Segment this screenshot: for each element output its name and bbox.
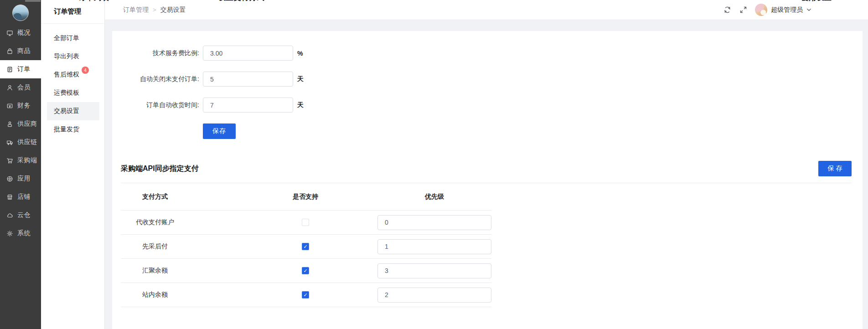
topbar: 订单管理 > 交易设置 超级管理员: [105, 0, 868, 20]
sidebar-item-system[interactable]: 系统: [0, 224, 41, 242]
system-icon: [6, 230, 13, 237]
sidebar-item-label: 供应链: [17, 138, 37, 146]
finance-icon: [6, 102, 13, 109]
sidebar-item-members[interactable]: 会员: [0, 78, 41, 97]
sidebar-item-overview[interactable]: 概况: [0, 24, 41, 42]
sidebar-item-label: 商品: [17, 47, 31, 55]
col-header-payment-method: 支付方式: [121, 193, 189, 201]
sidebar-item-label: 采购端: [17, 156, 37, 164]
table-row: 站内余额: [121, 283, 491, 307]
user-menu[interactable]: 超级管理员: [755, 4, 811, 16]
sidebar-item-goods[interactable]: 商品: [0, 42, 41, 60]
submenu-item-label: 售后维权: [54, 71, 79, 79]
submenu-item-label: 交易设置: [54, 107, 79, 115]
submenu-item-after-sales[interactable]: 售后维权 4: [47, 66, 99, 84]
priority-input[interactable]: [377, 215, 491, 230]
trade-settings-form: 技术服务费比例: % 自动关闭未支付订单: 天 订单自动收货时间: 天 保存: [121, 31, 863, 139]
submenu-item-trade-settings[interactable]: 交易设置: [47, 102, 99, 120]
payment-section-title: 采购端API同步指定支付: [121, 164, 199, 174]
sidebar-item-label: 系统: [17, 229, 31, 237]
sidebar-item-label: 订单: [17, 65, 31, 73]
sidebar-item-shop[interactable]: 店铺: [0, 188, 41, 206]
auto-close-suffix: 天: [297, 75, 304, 83]
supply-chain-icon: [6, 139, 13, 146]
user-name: 超级管理员: [771, 6, 803, 14]
sidebar-item-label: 概况: [17, 29, 31, 37]
auto-close-input[interactable]: [203, 72, 293, 87]
sidebar-item-label: 应用: [17, 175, 31, 183]
submenu-item-batch-shipping[interactable]: 批量发货: [47, 120, 99, 139]
table-row: 代收支付账户: [121, 211, 491, 235]
auto-receive-suffix: 天: [297, 101, 304, 109]
settings-card: 技术服务费比例: % 自动关闭未支付订单: 天 订单自动收货时间: 天 保存 采…: [112, 31, 863, 329]
support-checkbox[interactable]: [302, 267, 309, 274]
auto-receive-label: 订单自动收货时间:: [121, 101, 199, 109]
submenu-title: 订单管理: [41, 0, 104, 24]
sidebar-item-label: 财务: [17, 102, 31, 110]
clipped-text-fragment: 使用设置: [801, 0, 832, 3]
refresh-icon[interactable]: [723, 6, 731, 14]
after-sales-count-badge: 4: [82, 67, 89, 74]
chevron-down-icon: [806, 6, 811, 14]
sidebar-item-supplier[interactable]: 供应商: [0, 115, 41, 133]
breadcrumb-parent[interactable]: 订单管理: [123, 6, 149, 14]
auto-close-label: 自动关闭未支付订单:: [121, 75, 199, 83]
table-row: 汇聚余额: [121, 259, 491, 283]
support-checkbox[interactable]: [302, 243, 309, 250]
submenu-item-export-list[interactable]: 导出列表: [47, 47, 99, 66]
submenu-item-label: 运费模板: [54, 89, 79, 97]
priority-input[interactable]: [377, 263, 491, 278]
priority-input[interactable]: [377, 288, 491, 303]
section-save-button[interactable]: 保 存: [818, 161, 852, 176]
goods-icon: [6, 47, 13, 55]
sidebar-item-finance[interactable]: 财务: [0, 97, 41, 115]
cloud-warehouse-icon: [6, 211, 13, 219]
secondary-sidebar: 订单管理 全部订单 导出列表 售后维权 4 运费模板 交易设置 批量发货: [41, 0, 105, 329]
payment-methods-table: 支付方式 是否支持 优先级 代收支付账户 先采后付 汇聚余额 站内余额: [121, 183, 491, 307]
form-row: 技术服务费比例: %: [121, 46, 863, 61]
payment-section-header: 采购端API同步指定支付 保 存: [121, 161, 863, 176]
submenu-item-freight-template[interactable]: 运费模板: [47, 84, 99, 102]
clipped-text-fragment: 2. 设置支付方式: [209, 0, 265, 3]
payment-method-name: 代收支付账户: [121, 218, 189, 226]
support-checkbox[interactable]: [302, 291, 309, 298]
service-fee-suffix: %: [297, 50, 303, 57]
priority-input[interactable]: [377, 239, 491, 254]
payment-method-name: 先采后付: [121, 242, 189, 251]
sidebar-item-supply-chain[interactable]: 供应链: [0, 133, 41, 151]
breadcrumb-current: 交易设置: [160, 6, 186, 14]
auto-receive-input[interactable]: [203, 98, 293, 113]
service-fee-label: 技术服务费比例:: [121, 49, 199, 57]
form-save-button[interactable]: 保存: [203, 123, 236, 139]
service-fee-input[interactable]: [203, 46, 293, 61]
sidebar-item-procurement[interactable]: 采购端: [0, 151, 41, 170]
table-row: 先采后付: [121, 235, 491, 259]
sidebar-item-apps[interactable]: 应用: [0, 170, 41, 188]
submenu-item-label: 批量发货: [54, 125, 79, 134]
app-logo[interactable]: [0, 0, 41, 24]
orders-icon: [6, 66, 13, 73]
members-icon: [6, 84, 13, 91]
logo-image: [12, 5, 29, 21]
user-avatar: [755, 4, 767, 16]
submenu-item-all-orders[interactable]: 全部订单: [47, 29, 99, 47]
clipped-text-fragment: 订单列表: [78, 0, 109, 3]
supplier-icon: [6, 120, 13, 128]
col-header-priority: 优先级: [377, 193, 491, 201]
main-area: 技术服务费比例: % 自动关闭未支付订单: 天 订单自动收货时间: 天 保存 采…: [105, 20, 868, 329]
submenu-item-label: 导出列表: [54, 52, 79, 61]
sidebar-item-label: 会员: [17, 83, 31, 92]
apps-icon: [6, 175, 13, 182]
sidebar-item-label: 供应商: [17, 120, 37, 128]
sidebar-item-label: 店铺: [17, 193, 31, 201]
submenu-item-label: 全部订单: [54, 34, 79, 42]
sidebar-item-orders[interactable]: 订单: [0, 60, 41, 78]
payment-method-name: 站内余额: [121, 291, 189, 299]
breadcrumb-separator: >: [153, 6, 156, 13]
primary-sidebar: 概况 商品 订单 会员 财务 供应商 供应链 采购端 应用 店铺 云仓: [0, 0, 41, 329]
sidebar-item-cloud-warehouse[interactable]: 云仓: [0, 206, 41, 224]
overview-icon: [6, 29, 13, 36]
table-header-row: 支付方式 是否支持 优先级: [121, 183, 491, 211]
fullscreen-icon[interactable]: [739, 6, 747, 14]
support-checkbox[interactable]: [302, 219, 309, 226]
